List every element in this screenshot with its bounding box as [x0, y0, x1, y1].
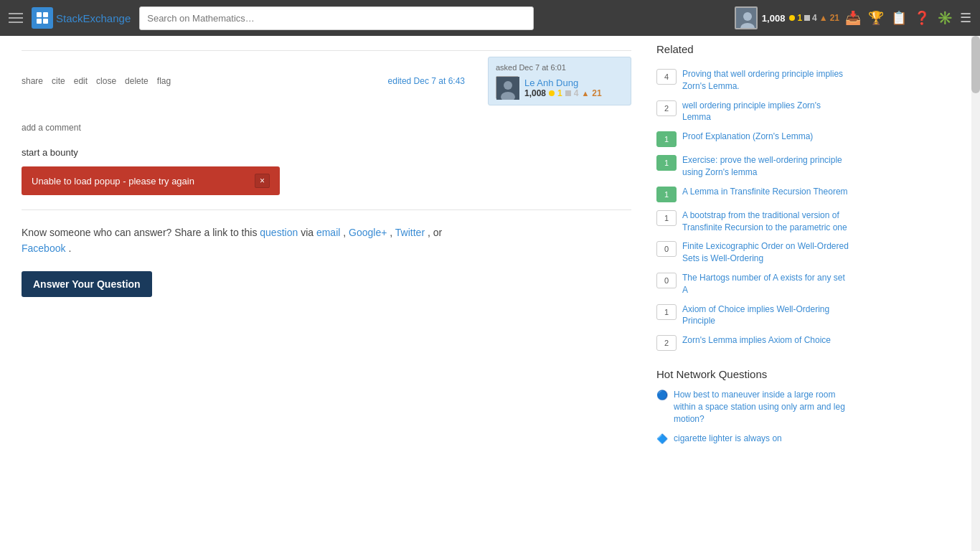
related-score: 1 — [656, 210, 677, 226]
related-score: 2 — [656, 100, 677, 116]
avatar[interactable] — [735, 6, 758, 29]
svg-point-8 — [504, 81, 512, 90]
asked-user-row: Le Anh Dung 1,008 1 4 ▲ 21 — [496, 76, 623, 99]
facebook-link[interactable]: Facebook — [22, 242, 65, 254]
hamburger-menu[interactable] — [9, 13, 23, 23]
asked-label: asked Dec 7 at 6:01 — [496, 63, 623, 72]
silver-square — [804, 15, 810, 21]
related-link[interactable]: well ordering principle implies Zorn's L… — [682, 100, 850, 124]
related-item: 0The Hartogs number of A exists for any … — [656, 272, 850, 296]
email-link[interactable]: email — [316, 227, 340, 238]
logo-link[interactable]: StackExchange — [32, 7, 131, 29]
inbox-icon[interactable]: 📥 — [845, 10, 861, 26]
user-name-link[interactable]: Le Anh Dung — [524, 77, 602, 88]
post-actions: share cite edit close delete flag edited… — [22, 50, 631, 111]
related-link[interactable]: Proving that well ordering principle imp… — [682, 68, 850, 93]
related-link[interactable]: Proof Explanation (Zorn's Lemma) — [682, 131, 813, 143]
related-item: 4Proving that well ordering principle im… — [656, 68, 850, 93]
user-bronze-tri: ▲ — [581, 89, 589, 98]
related-item: 2well ordering principle implies Zorn's … — [656, 100, 850, 124]
user-avatar-asked — [496, 76, 519, 99]
user-info: Le Anh Dung 1,008 1 4 ▲ 21 — [524, 77, 602, 98]
scrollbar-thumb[interactable] — [971, 36, 980, 93]
svg-rect-2 — [37, 19, 42, 24]
header-right: 1,008 1 4 ▲ 21 📥 🏆 📋 ❓ ✳️ ☰ — [735, 6, 971, 29]
header: StackExchange 1,008 1 4 ▲ 21 — [0, 0, 980, 36]
svg-point-5 — [743, 12, 752, 21]
flag-link[interactable]: flag — [157, 76, 171, 86]
achievements-icon[interactable]: 🏆 — [868, 10, 884, 26]
user-rep: 1,008 — [524, 88, 546, 98]
user-gold-dot — [549, 90, 555, 96]
related-item: 0Finite Lexicographic Order on Well-Orde… — [656, 240, 850, 265]
related-link[interactable]: The Hartogs number of A exists for any s… — [682, 272, 850, 296]
badge-group: 1 4 ▲ 21 — [789, 13, 839, 23]
section-divider — [22, 209, 631, 210]
google-plus-link[interactable]: Google+ — [349, 227, 387, 238]
share-question-text: Know someone who can answer? Share a lin… — [22, 225, 631, 257]
add-comment-link[interactable]: add a comment — [22, 123, 631, 133]
gold-dot — [789, 15, 795, 21]
close-link[interactable]: close — [96, 76, 116, 86]
related-item: 1Proof Explanation (Zorn's Lemma) — [656, 131, 850, 147]
search-input[interactable] — [139, 6, 534, 30]
more-icon[interactable]: ☰ — [960, 10, 971, 26]
rep-score: 1,008 — [762, 13, 786, 24]
error-text: Unable to load popup - please try again — [32, 176, 194, 187]
hot-network-item: 🔷cigarette lighter is always on — [656, 433, 850, 445]
related-link[interactable]: A bootstrap from the traditional version… — [682, 209, 850, 234]
svg-rect-1 — [43, 12, 48, 17]
related-link[interactable]: Zorn's Lemma implies Axiom of Choice — [682, 334, 831, 347]
related-item: 2Zorn's Lemma implies Axiom of Choice — [656, 334, 850, 351]
related-score: 2 — [656, 335, 677, 351]
delete-link[interactable]: delete — [125, 76, 149, 86]
svg-rect-0 — [37, 12, 42, 17]
related-score: 1 — [656, 187, 677, 202]
main-content: share cite edit close delete flag edited… — [0, 36, 646, 459]
related-item: 1A bootstrap from the traditional versio… — [656, 209, 850, 234]
related-item: 1Exercise: prove the well-ordering princ… — [656, 154, 850, 179]
help-icon[interactable]: ❓ — [914, 10, 930, 26]
header-icons: 📥 🏆 📋 ❓ ✳️ ☰ — [845, 10, 971, 26]
user-silver-sq — [565, 90, 571, 96]
asked-by-card: asked Dec 7 at 6:01 Le Anh Dung 1,008 — [488, 57, 631, 105]
related-link[interactable]: Exercise: prove the well-ordering princi… — [682, 154, 850, 179]
edited-link[interactable]: edited Dec 7 at 6:43 — [388, 76, 465, 86]
error-close-button[interactable]: × — [255, 174, 270, 188]
hot-network-link[interactable]: cigarette lighter is always on — [674, 433, 782, 445]
scrollbar[interactable] — [971, 36, 980, 459]
error-banner: Unable to load popup - please try again … — [22, 166, 280, 195]
share-link[interactable]: share — [22, 76, 43, 86]
related-score: 0 — [656, 241, 677, 257]
review-icon[interactable]: 📋 — [891, 10, 907, 26]
related-score: 1 — [656, 304, 677, 320]
meta-icon[interactable]: ✳️ — [937, 10, 953, 26]
search-bar — [139, 6, 534, 30]
cite-link[interactable]: cite — [52, 76, 65, 86]
related-link[interactable]: Axiom of Choice implies Well-Ordering Pr… — [682, 303, 850, 328]
bronze-triangle: ▲ — [819, 13, 828, 23]
related-list: 4Proving that well ordering principle im… — [656, 68, 850, 351]
hot-network-site-icon: 🔷 — [656, 433, 668, 445]
related-item: 1Axiom of Choice implies Well-Ordering P… — [656, 303, 850, 328]
svg-rect-3 — [43, 19, 48, 24]
hot-network-list: 🔵How best to maneuver inside a large roo… — [656, 389, 850, 444]
related-link[interactable]: A Lemma in Transfinite Recursion Theorem — [682, 186, 848, 198]
related-title: Related — [656, 43, 850, 60]
twitter-link[interactable]: Twitter — [395, 227, 425, 238]
edit-link[interactable]: edit — [74, 76, 88, 86]
related-score: 4 — [656, 69, 677, 85]
logo-text: StackExchange — [56, 12, 131, 24]
related-score: 0 — [656, 273, 677, 288]
related-link[interactable]: Finite Lexicographic Order on Well-Order… — [682, 240, 850, 265]
answer-your-question-button[interactable]: Answer Your Question — [22, 271, 152, 297]
question-link[interactable]: question — [260, 227, 298, 238]
hot-network-title: Hot Network Questions — [656, 368, 850, 380]
start-bounty-link[interactable]: start a bounty — [22, 147, 78, 158]
hot-network-item: 🔵How best to maneuver inside a large roo… — [656, 389, 850, 425]
hot-network-site-icon: 🔵 — [656, 390, 668, 401]
page-container: share cite edit close delete flag edited… — [0, 36, 980, 459]
user-badges: 1,008 1 4 ▲ 21 — [524, 88, 602, 98]
hot-network-link[interactable]: How best to maneuver inside a large room… — [674, 389, 850, 425]
sidebar: Related 4Proving that well ordering prin… — [646, 36, 861, 459]
